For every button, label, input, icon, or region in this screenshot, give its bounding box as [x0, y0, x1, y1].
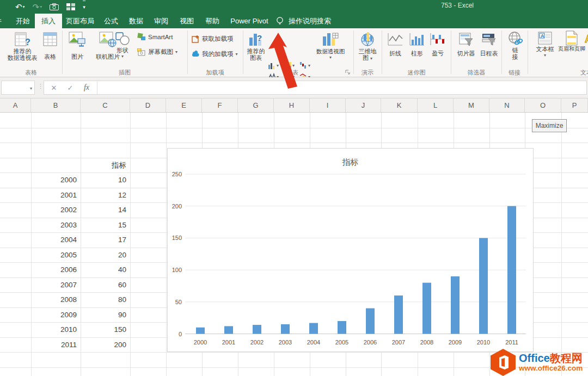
undo-dropdown-icon[interactable]: ▾	[23, 1, 25, 13]
link-button[interactable]: 链 接	[504, 30, 526, 60]
column-header-A[interactable]: A	[0, 98, 31, 112]
pivottable-button-partial[interactable]: 数据透视表	[0, 30, 5, 70]
name-box-dropdown-icon[interactable]: ▾	[30, 86, 32, 91]
column-header-G[interactable]: G	[238, 98, 274, 112]
insert-waterfall-chart-icon	[299, 61, 308, 70]
tab-视图[interactable]: 视图	[174, 14, 199, 28]
svg-text:?: ?	[25, 38, 30, 47]
pivotchart-button[interactable]: 数据透视图 ▾	[315, 30, 346, 61]
textbox-button[interactable]: A 文本框 ▾	[532, 30, 558, 59]
smartart-icon	[137, 33, 146, 41]
cell-value-2011[interactable]: 200	[81, 337, 126, 353]
cell-value-2004[interactable]: 17	[81, 232, 126, 248]
tab-页面布局[interactable]: 页面布局	[62, 14, 98, 28]
column-header-B[interactable]: B	[31, 98, 81, 112]
group-label-illustrations: 插图	[105, 69, 145, 77]
recommended-charts-button[interactable]: ? 推荐的 图表	[244, 30, 268, 61]
column-header-F[interactable]: F	[202, 98, 238, 112]
table-button[interactable]: 表格	[39, 30, 61, 60]
my-addins-button[interactable]: 我的加载项 ▾	[192, 50, 238, 58]
column-header-D[interactable]: D	[130, 98, 166, 112]
tab-power-pivot[interactable]: Power Pivot	[225, 14, 273, 28]
tab-file-partial[interactable]: 文件	[0, 14, 4, 28]
cell-header-indicator[interactable]: 指标	[81, 158, 126, 173]
camera-icon[interactable]	[50, 3, 59, 10]
pivotchart-icon	[322, 30, 339, 48]
shapes-button[interactable]: 形状 ▾	[112, 30, 133, 60]
cell-year-2007[interactable]: 2007	[31, 278, 77, 293]
column-header-J[interactable]: J	[346, 98, 381, 112]
cell-value-2006[interactable]: 40	[81, 262, 126, 278]
sparkline-winloss-button[interactable]: 盈亏	[428, 32, 448, 57]
cell-value-2009[interactable]: 90	[81, 307, 126, 323]
redo-dropdown-icon[interactable]: ▾	[40, 1, 42, 13]
undo-button[interactable]: ↶▾	[15, 1, 25, 13]
bar-2005	[338, 321, 346, 334]
column-header-O[interactable]: O	[525, 98, 561, 112]
sparkline-line-button[interactable]: 折线	[384, 32, 406, 57]
column-header-C[interactable]: C	[81, 98, 130, 112]
column-header-P[interactable]: P	[561, 98, 588, 112]
cancel-formula-icon[interactable]: ✕	[46, 84, 62, 92]
cell-year-2011[interactable]: 2011	[31, 337, 77, 353]
3d-map-button[interactable]: 三维地 图 ▾	[355, 30, 380, 62]
embedded-bar-chart[interactable]: 指标05010015020025020002001200220032004200…	[167, 148, 534, 352]
textbox-dropdown-icon: ▾	[544, 52, 546, 59]
bar-2009	[451, 276, 460, 334]
cell-year-2002[interactable]: 2002	[31, 202, 77, 218]
cell-year-2000[interactable]: 2000	[31, 172, 77, 188]
cell-year-2006[interactable]: 2006	[31, 262, 77, 278]
screenshot-button[interactable]: 屏幕截图 ▾	[137, 48, 177, 56]
tab-开始[interactable]: 开始	[11, 14, 35, 28]
tell-me-search[interactable]: 操作说明搜索	[275, 14, 331, 28]
cell-year-2005[interactable]: 2005	[31, 248, 77, 263]
tab-审阅[interactable]: 审阅	[148, 14, 174, 28]
tab-数据[interactable]: 数据	[124, 14, 148, 28]
sparkline-winloss-icon	[430, 32, 446, 47]
svg-text:2004: 2004	[307, 339, 320, 346]
column-header-M[interactable]: M	[454, 98, 489, 112]
recommended-pivottables-button[interactable]: ? 推荐的 数据透视表	[6, 30, 39, 61]
column-header-E[interactable]: E	[166, 98, 202, 112]
insert-waterfall-chart-button[interactable]: ▾	[299, 60, 315, 70]
cell-value-2007[interactable]: 60	[81, 278, 126, 293]
cell-value-2010[interactable]: 150	[81, 322, 126, 337]
sparkline-column-button[interactable]: 柱形	[407, 32, 427, 57]
column-header-I[interactable]: I	[310, 98, 346, 112]
slicer-button[interactable]: 切片器	[454, 32, 478, 57]
name-box[interactable]: ▾	[1, 81, 35, 95]
cell-year-2010[interactable]: 2010	[31, 322, 77, 337]
header-footer-button[interactable]: 页眉和页脚	[558, 30, 586, 52]
column-header-L[interactable]: L	[418, 98, 454, 112]
cell-value-2002[interactable]: 14	[81, 202, 126, 218]
cell-year-2009[interactable]: 2009	[31, 307, 77, 323]
tab-公式[interactable]: 公式	[98, 14, 124, 28]
cell-value-2008[interactable]: 80	[81, 292, 126, 307]
maximize-button[interactable]: Maximize	[532, 119, 567, 132]
customize-qat-icon[interactable]: ▾	[83, 1, 85, 13]
formula-input[interactable]	[44, 81, 587, 95]
pictures-button[interactable]: 图片	[66, 30, 89, 60]
get-addins-button[interactable]: 获取加载项	[192, 35, 234, 43]
column-header-N[interactable]: N	[489, 98, 525, 112]
formula-bar-handle[interactable]: ⋮	[38, 83, 44, 90]
cell-year-2001[interactable]: 2001	[31, 188, 77, 203]
smartart-button[interactable]: SmartArt	[137, 33, 173, 41]
cell-year-2008[interactable]: 2008	[31, 292, 77, 307]
wordart-button-partial[interactable]: A	[584, 32, 588, 47]
cell-value-2000[interactable]: 10	[81, 172, 126, 188]
cell-year-2004[interactable]: 2004	[31, 232, 77, 248]
insert-function-icon[interactable]: fx	[78, 83, 95, 92]
column-header-H[interactable]: H	[274, 98, 310, 112]
cell-value-2001[interactable]: 12	[81, 188, 126, 203]
timeline-button[interactable]: 日程表	[477, 32, 501, 57]
cell-value-2005[interactable]: 20	[81, 248, 126, 263]
column-header-K[interactable]: K	[381, 98, 418, 112]
tab-帮助[interactable]: 帮助	[199, 14, 225, 28]
cell-value-2003[interactable]: 15	[81, 218, 126, 233]
enter-formula-icon[interactable]: ✓	[62, 84, 78, 92]
tab-插入[interactable]: 插入	[35, 14, 62, 28]
view-grid-icon[interactable]	[66, 3, 75, 10]
redo-button[interactable]: ↷▾	[33, 1, 42, 13]
cell-year-2003[interactable]: 2003	[31, 218, 77, 233]
